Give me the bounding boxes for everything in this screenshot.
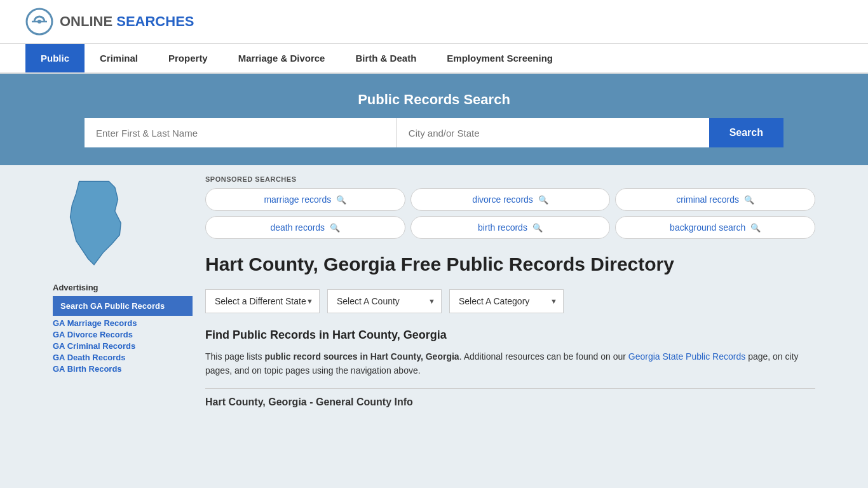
main-nav: Public Criminal Property Marriage & Divo… xyxy=(0,44,868,74)
county-info-title: Hart County, Georgia - General County In… xyxy=(205,396,815,408)
nav-item-public[interactable]: Public xyxy=(25,44,85,72)
pill-background-label: background search xyxy=(670,222,745,233)
nav-item-birth-death[interactable]: Birth & Death xyxy=(340,44,431,72)
sidebar-link-marriage[interactable]: GA Marriage Records xyxy=(53,318,193,328)
pill-divorce-records[interactable]: divorce records 🔍 xyxy=(410,188,611,211)
pill-death-label: death records xyxy=(271,222,325,233)
hero-title: Public Records Search xyxy=(25,92,843,108)
find-text-2: . Additional resources can be found on o… xyxy=(459,351,628,362)
name-input[interactable] xyxy=(85,118,397,147)
state-map xyxy=(53,175,193,273)
logo[interactable]: ONLINE SEARCHES xyxy=(25,8,194,36)
search-button[interactable]: Search xyxy=(709,118,783,147)
pill-criminal-label: criminal records xyxy=(676,194,739,205)
section-divider xyxy=(205,388,815,389)
search-icon-6: 🔍 xyxy=(750,223,761,233)
sidebar: Advertising Search GA Public Records GA … xyxy=(53,175,193,408)
nav-item-criminal[interactable]: Criminal xyxy=(85,44,153,72)
pill-divorce-label: divorce records xyxy=(472,194,533,205)
advertising-label: Advertising xyxy=(53,283,193,292)
search-bar: Search xyxy=(85,118,783,147)
nav-item-marriage-divorce[interactable]: Marriage & Divorce xyxy=(223,44,341,72)
nav-item-property[interactable]: Property xyxy=(153,44,223,72)
state-dropdown[interactable]: Select a Different State xyxy=(205,289,320,313)
pill-marriage-label: marriage records xyxy=(264,194,331,205)
pill-background-search[interactable]: background search 🔍 xyxy=(615,216,815,239)
find-description: This page lists public record sources in… xyxy=(205,349,815,378)
page-title: Hart County, Georgia Free Public Records… xyxy=(205,252,815,276)
state-dropdown-wrapper: Select a Different State xyxy=(205,289,320,313)
sponsored-label: SPONSORED SEARCHES xyxy=(205,175,815,183)
ad-block[interactable]: Search GA Public Records xyxy=(53,296,193,316)
pill-birth-records[interactable]: birth records 🔍 xyxy=(410,216,611,239)
hero-banner: Public Records Search Search xyxy=(0,74,868,165)
main-container: Advertising Search GA Public Records GA … xyxy=(40,165,828,418)
svg-point-2 xyxy=(37,20,41,24)
georgia-records-link[interactable]: Georgia State Public Records xyxy=(628,351,745,362)
nav-item-employment[interactable]: Employment Screening xyxy=(431,44,568,72)
pill-marriage-records[interactable]: marriage records 🔍 xyxy=(205,188,405,211)
category-dropdown-wrapper: Select A Category xyxy=(449,289,564,313)
search-icon-5: 🔍 xyxy=(532,223,543,233)
logo-text: ONLINE SEARCHES xyxy=(60,13,194,30)
find-text-bold: public record sources in Hart County, Ge… xyxy=(264,351,459,362)
content-area: SPONSORED SEARCHES marriage records 🔍 di… xyxy=(205,175,815,408)
find-title: Find Public Records in Hart County, Geor… xyxy=(205,329,815,342)
pill-birth-label: birth records xyxy=(478,222,527,233)
logo-icon xyxy=(25,8,53,36)
search-pills: marriage records 🔍 divorce records 🔍 cri… xyxy=(205,188,815,239)
search-icon-1: 🔍 xyxy=(336,195,346,205)
county-dropdown-wrapper: Select A County xyxy=(327,289,442,313)
site-header: ONLINE SEARCHES xyxy=(0,0,868,44)
find-text-1: This page lists xyxy=(205,351,264,362)
category-dropdown[interactable]: Select A Category xyxy=(449,289,564,313)
georgia-map-svg xyxy=(53,175,135,271)
search-icon-2: 🔍 xyxy=(538,195,548,205)
county-dropdown[interactable]: Select A County xyxy=(327,289,442,313)
pill-death-records[interactable]: death records 🔍 xyxy=(205,216,405,239)
pill-criminal-records[interactable]: criminal records 🔍 xyxy=(615,188,815,211)
location-input[interactable] xyxy=(397,118,709,147)
sidebar-link-divorce[interactable]: GA Divorce Records xyxy=(53,330,193,339)
search-icon-3: 🔍 xyxy=(744,195,754,205)
search-icon-4: 🔍 xyxy=(330,223,340,233)
sidebar-link-criminal[interactable]: GA Criminal Records xyxy=(53,341,193,351)
sidebar-link-birth[interactable]: GA Birth Records xyxy=(53,364,193,374)
sidebar-link-death[interactable]: GA Death Records xyxy=(53,353,193,362)
dropdowns-row: Select a Different State Select A County… xyxy=(205,289,815,313)
